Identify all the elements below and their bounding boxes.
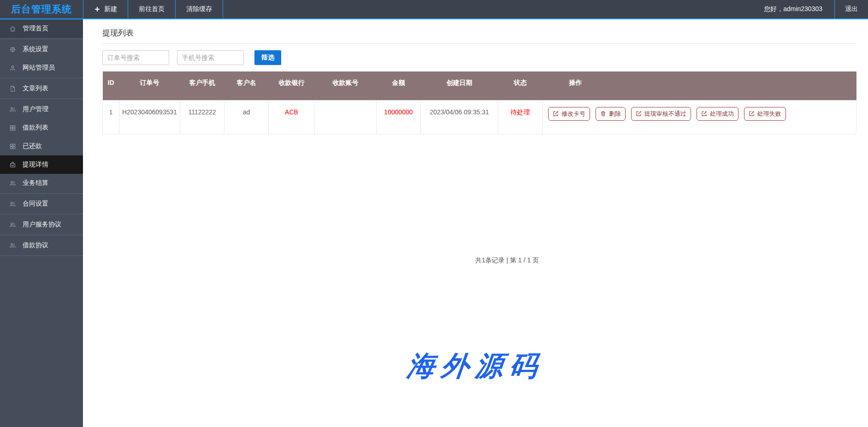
edit-icon	[636, 111, 642, 117]
page-title: 提现列表	[102, 28, 856, 44]
cell-phone: 11122222	[180, 100, 224, 134]
table-row: 1 H20230406093531 11122222 ad ACB 100000…	[103, 100, 856, 134]
topnav-item-clear-cache[interactable]: 清除缓存	[175, 0, 223, 18]
sidebar-divider	[0, 78, 83, 78]
plus-icon	[94, 6, 100, 12]
sidebar-item-label: 系统设置	[23, 45, 48, 53]
user-greeting: 您好，admin230303	[752, 0, 834, 18]
user-icon	[9, 65, 16, 71]
topnav-item-label: 新建	[104, 5, 117, 13]
sidebar-item-label: 管理首页	[23, 24, 48, 33]
sidebar-item-user-management[interactable]: 用户管理	[0, 100, 83, 119]
sidebar-item-site-admin[interactable]: 网站管理员	[0, 59, 83, 77]
sidebar-item-label: 借款列表	[23, 124, 48, 132]
sidebar-item-label: 已还款	[23, 142, 42, 150]
col-header-status: 状态	[498, 71, 543, 100]
cell-order-no: H20230406093531	[119, 100, 180, 134]
col-header-customer: 客户名	[224, 71, 269, 100]
users-icon	[9, 242, 16, 249]
cell-customer: ad	[224, 100, 269, 134]
grid-icon	[9, 143, 16, 150]
withdraw-table: ID 订单号 客户手机 客户名 收款银行 收款账号 金额 创建日期 状态 操作 …	[102, 71, 856, 134]
topbar: 后台管理系统 新建 前往首页 清除缓存 您好，admin230303 退出	[0, 0, 868, 19]
order-search-input[interactable]	[102, 50, 169, 65]
users-icon	[9, 201, 16, 208]
topnav-item-go-home[interactable]: 前往首页	[128, 0, 175, 18]
col-header-created: 创建日期	[421, 71, 498, 100]
sidebar-divider	[0, 214, 83, 214]
edit-icon	[701, 111, 707, 117]
sidebar-item-label: 文章列表	[23, 84, 48, 93]
topnav-item-label: 前往首页	[139, 5, 165, 13]
cell-bank: ACB	[269, 100, 315, 134]
sidebar-item-dashboard[interactable]: 管理首页	[0, 19, 83, 38]
sidebar-item-article-list[interactable]: 文章列表	[0, 79, 83, 98]
action-button-label: 删除	[609, 110, 621, 118]
users-icon	[9, 106, 16, 113]
sidebar-divider	[0, 255, 83, 256]
main-content: 提现列表 筛选 ID 订单号 客户手机 客户名 收款银行 收款账号 金额	[83, 19, 868, 427]
topbar-right: 您好，admin230303 退出	[752, 0, 868, 18]
sidebar-item-repaid[interactable]: 已还款	[0, 137, 83, 155]
withdraw-table-wrap: ID 订单号 客户手机 客户名 收款银行 收款账号 金额 创建日期 状态 操作 …	[102, 71, 856, 134]
cell-created: 2023/04/06 09:35:31	[421, 100, 498, 134]
gear-icon	[9, 46, 16, 53]
sidebar-item-business-settlement[interactable]: 业务结算	[0, 174, 83, 192]
users-icon	[9, 221, 16, 228]
cell-account	[315, 100, 377, 134]
sidebar-divider	[0, 193, 83, 194]
watermark-text: 海外源码	[81, 348, 868, 385]
action-audit-reject-button[interactable]: 提现审核不通过	[631, 107, 691, 121]
search-toolbar: 筛选	[102, 50, 856, 65]
edit-icon	[749, 111, 755, 117]
col-header-id: ID	[103, 71, 119, 100]
sidebar-item-loan-list[interactable]: 借款列表	[0, 119, 83, 137]
filter-button[interactable]: 筛选	[254, 50, 281, 65]
logout-button[interactable]: 退出	[834, 0, 868, 18]
sidebar-item-label: 合同设置	[23, 200, 48, 208]
action-process-success-button[interactable]: 处理成功	[697, 107, 738, 121]
sidebar-item-contract-settings[interactable]: 合同设置	[0, 195, 83, 213]
file-icon	[9, 85, 16, 92]
action-edit-card-button[interactable]: 修改卡号	[548, 107, 590, 121]
action-process-fail-button[interactable]: 处理失败	[744, 107, 786, 121]
sidebar-divider	[0, 235, 83, 235]
col-header-account: 收款账号	[315, 71, 377, 100]
cell-status: 待处理	[498, 100, 543, 134]
briefcase-icon	[9, 161, 16, 168]
phone-search-input[interactable]	[177, 50, 244, 65]
col-header-amount: 金额	[377, 71, 421, 100]
home-icon	[9, 25, 16, 32]
col-header-phone: 客户手机	[180, 71, 224, 100]
action-button-label: 处理成功	[710, 110, 734, 118]
action-button-label: 修改卡号	[561, 110, 585, 118]
action-delete-button[interactable]: 删除	[596, 107, 626, 121]
sidebar-item-withdraw-detail[interactable]: 提现详情	[0, 155, 83, 174]
sidebar-item-label: 用户服务协议	[23, 220, 61, 229]
sidebar-item-label: 借款协议	[23, 241, 48, 249]
sidebar-item-label: 提现详情	[23, 160, 48, 169]
cell-id: 1	[103, 100, 119, 134]
sidebar-item-system-settings[interactable]: 系统设置	[0, 40, 83, 59]
sidebar-item-loan-agreement[interactable]: 借款协议	[0, 236, 83, 255]
topnav-item-new[interactable]: 新建	[83, 0, 128, 18]
users-icon	[9, 180, 16, 187]
sidebar-item-label: 网站管理员	[23, 64, 55, 72]
col-header-actions: 操作	[543, 71, 856, 100]
grid-icon	[9, 125, 16, 131]
action-button-label: 处理失败	[757, 110, 781, 118]
cell-actions: 修改卡号 删除 提现审核不通过	[543, 100, 856, 134]
topbar-nav: 新建 前往首页 清除缓存	[83, 0, 223, 18]
col-header-order-no: 订单号	[119, 71, 180, 100]
pagination-info: 共1条记录 | 第 1 / 1 页	[130, 256, 868, 265]
trash-icon	[600, 111, 606, 117]
app-logo: 后台管理系统	[0, 0, 83, 18]
sidebar-item-label: 业务结算	[23, 179, 48, 187]
sidebar-item-user-service-agreement[interactable]: 用户服务协议	[0, 215, 83, 234]
sidebar: 管理首页 系统设置 网站管理员 文章列表 用户管理 借款列表	[0, 19, 83, 427]
topnav-item-label: 清除缓存	[186, 5, 212, 13]
sidebar-divider	[0, 39, 83, 39]
col-header-bank: 收款银行	[269, 71, 315, 100]
action-button-label: 提现审核不通过	[644, 110, 686, 118]
sidebar-item-label: 用户管理	[23, 105, 48, 113]
